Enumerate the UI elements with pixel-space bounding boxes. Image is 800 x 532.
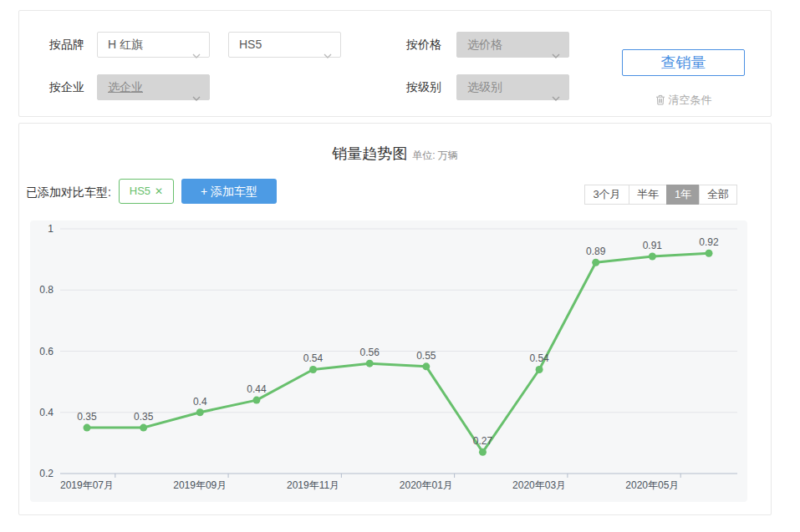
svg-text:0.56: 0.56 (360, 347, 380, 358)
model-tag-label: HS5 (130, 185, 150, 197)
svg-text:0.54: 0.54 (303, 352, 324, 364)
price-filter-label: 按价格 (406, 38, 441, 50)
clear-conditions-label: 清空条件 (669, 94, 712, 106)
level-select: 选级别 (456, 74, 569, 100)
company-select: 选企业 (97, 74, 210, 100)
model-select[interactable]: HS5 (228, 32, 341, 58)
trash-icon (655, 94, 665, 105)
company-select-placeholder: 选企业 (108, 80, 143, 94)
svg-text:0.2: 0.2 (39, 468, 54, 479)
svg-text:0.54: 0.54 (529, 352, 549, 364)
svg-text:2019年11月: 2019年11月 (287, 479, 339, 491)
level-filter-label: 按级别 (406, 81, 441, 93)
svg-text:1: 1 (48, 223, 54, 235)
chart-unit-label: 单位: 万辆 (412, 149, 458, 161)
company-filter-label: 按企业 (49, 81, 84, 93)
chevron-down-icon (324, 43, 332, 67)
chevron-down-icon (192, 43, 201, 67)
svg-text:0.55: 0.55 (416, 350, 436, 362)
svg-text:0.91: 0.91 (643, 240, 663, 251)
add-model-button[interactable]: + 添加车型 (181, 179, 277, 204)
range-3months-button[interactable]: 3个月 (584, 185, 629, 205)
svg-text:0.4: 0.4 (39, 407, 54, 418)
query-sales-button[interactable]: 查销量 (622, 49, 745, 76)
svg-text:2020年03月: 2020年03月 (512, 479, 566, 491)
svg-text:0.35: 0.35 (134, 411, 154, 423)
model-tag-hs5[interactable]: HS5✕ (119, 179, 174, 204)
range-halfyear-button[interactable]: 半年 (629, 185, 667, 205)
svg-text:0.4: 0.4 (193, 396, 207, 408)
svg-text:0.89: 0.89 (586, 246, 606, 257)
chevron-down-icon (552, 85, 560, 109)
remove-tag-icon[interactable]: ✕ (155, 185, 163, 197)
svg-text:2020年01月: 2020年01月 (400, 479, 453, 491)
chevron-down-icon (552, 43, 560, 67)
svg-text:2019年09月: 2019年09月 (173, 479, 227, 491)
level-select-placeholder: 选级别 (467, 80, 502, 94)
chart-title: 销量趋势图 (332, 145, 407, 162)
chevron-down-icon (192, 85, 201, 109)
svg-text:0.8: 0.8 (39, 284, 54, 296)
sales-trend-panel: 销量趋势图单位: 万辆 已添加对比车型: HS5✕ + 添加车型 3个月 半年 … (18, 123, 772, 515)
price-select: 选价格 (456, 32, 569, 58)
price-select-placeholder: 选价格 (467, 38, 502, 51)
range-all-button[interactable]: 全部 (699, 185, 737, 205)
sales-trend-svg: 0.20.40.60.812019年07月2019年09月2019年11月202… (30, 220, 747, 502)
sales-trend-chart: 0.20.40.60.812019年07月2019年09月2019年11月202… (30, 220, 747, 502)
brand-select-value: H 红旗 (108, 38, 143, 51)
brand-filter-label: 按品牌 (49, 38, 84, 50)
svg-text:0.6: 0.6 (39, 346, 54, 357)
svg-text:2019年07月: 2019年07月 (60, 479, 114, 491)
clear-conditions-button[interactable]: 清空条件 (622, 93, 745, 108)
compare-models-label: 已添加对比车型: (26, 185, 111, 200)
chart-title-row: 销量趋势图单位: 万辆 (19, 144, 771, 164)
svg-text:0.92: 0.92 (699, 236, 719, 248)
range-1year-button[interactable]: 1年 (666, 185, 700, 205)
model-select-value: HS5 (239, 38, 262, 51)
brand-select[interactable]: H 红旗 (97, 32, 210, 58)
svg-text:0.27: 0.27 (473, 435, 493, 447)
filter-panel: 按品牌 H 红旗 HS5 按价格 选价格 按企业 选企业 按级别 选级别 查销量 (18, 10, 772, 117)
svg-text:2020年05月: 2020年05月 (625, 479, 679, 491)
svg-text:0.35: 0.35 (77, 411, 97, 423)
time-range-group: 3个月 半年 1年 全部 (584, 185, 737, 205)
svg-text:0.44: 0.44 (247, 383, 267, 395)
